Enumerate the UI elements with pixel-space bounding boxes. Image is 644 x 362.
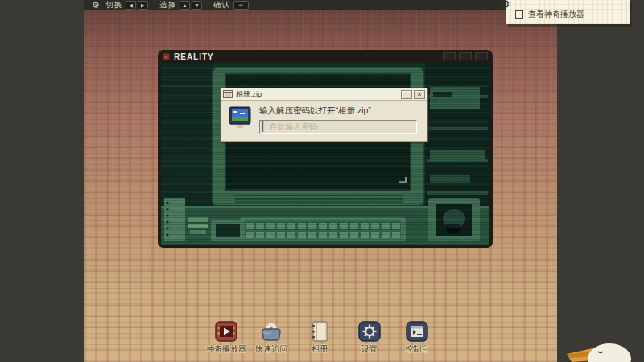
game-screen: ⚙ 切换 ◀ ▶ 选择 ▲ ▼ 确认 ↵ 2011/ REALITY	[0, 0, 644, 362]
desktop-icon-console[interactable]: 控制台	[390, 320, 444, 355]
icon-label: 神奇播放器	[206, 343, 246, 355]
window-close-button[interactable]	[475, 52, 488, 60]
password-input[interactable]: ▏ 在此输入密码	[259, 120, 417, 134]
dialog-titlebar: 相册.zip ×	[221, 88, 427, 101]
icon-label: 相册	[312, 343, 328, 355]
hint-select: 选择 ▲ ▼	[159, 0, 204, 10]
hint-switch: 切换 ◀ ▶	[105, 0, 150, 10]
hint-select-label: 选择	[159, 0, 176, 10]
desktop-icon-album[interactable]: 相册	[292, 320, 347, 355]
key-down-icon: ▼	[192, 1, 202, 10]
icon-label: 控制台	[405, 343, 429, 355]
letterbox-left	[0, 0, 84, 362]
hint-switch-label: 切换	[105, 0, 122, 10]
dialog-body: 输入解压密码以打开“相册.zip” ▏ 在此输入密码	[221, 101, 427, 141]
key-up-icon: ▲	[180, 1, 190, 10]
console-icon	[406, 320, 428, 343]
magic-player-icon	[215, 320, 237, 343]
password-placeholder: 在此输入密码	[269, 121, 317, 133]
quick-access-icon	[260, 320, 283, 343]
icon-label: 设置	[361, 343, 378, 355]
hint-confirm: 确认 ↵	[213, 0, 250, 10]
reality-window: REALITY	[158, 50, 493, 248]
popup-item-label: 查看神奇播放器	[528, 9, 584, 20]
hud-bar: ⚙ 切换 ◀ ▶ 选择 ▲ ▼ 确认 ↵ 2011/	[84, 0, 557, 10]
key-enter-icon: ↵	[233, 1, 249, 10]
dialog-close-button[interactable]: ×	[414, 90, 425, 99]
key-right-icon: ▶	[138, 1, 148, 10]
goose-icon	[564, 338, 644, 362]
album-icon	[308, 320, 331, 343]
goose-peek	[564, 338, 644, 362]
zip-file-icon	[223, 90, 233, 98]
letterbox-right	[557, 0, 644, 362]
gear-icon[interactable]: ⚙	[92, 1, 100, 10]
desktop-icon-settings[interactable]: 设置	[342, 320, 397, 355]
dialog-title: 相册.zip	[236, 89, 262, 100]
popup-item-view-player[interactable]: 查看神奇播放器	[515, 9, 630, 20]
window-record-icon	[163, 53, 170, 60]
window-minimize-button[interactable]	[443, 52, 456, 60]
hint-confirm-label: 确认	[213, 0, 230, 10]
window-controls	[443, 52, 488, 60]
reality-titlebar: REALITY	[158, 50, 493, 63]
monitor-icon	[229, 105, 253, 130]
popup-gear-icon[interactable]: ⚙	[500, 0, 510, 10]
zip-password-dialog: 相册.zip × 输入解压密码以打开“相册.zip” ▏ 在此输入密码	[220, 88, 428, 142]
dialog-extra-button[interactable]	[401, 90, 412, 99]
key-left-icon: ◀	[126, 1, 136, 10]
window-title: REALITY	[174, 52, 214, 61]
desktop-icon-quick-access[interactable]: 快速访问	[244, 320, 299, 355]
window-maximize-button[interactable]	[459, 52, 472, 60]
dialog-message: 输入解压密码以打开“相册.zip”	[259, 105, 371, 117]
checkbox-icon	[515, 10, 523, 19]
icon-label: 快速访问	[255, 343, 287, 355]
settings-popup: 查看神奇播放器	[506, 0, 630, 24]
settings-icon	[358, 320, 381, 343]
